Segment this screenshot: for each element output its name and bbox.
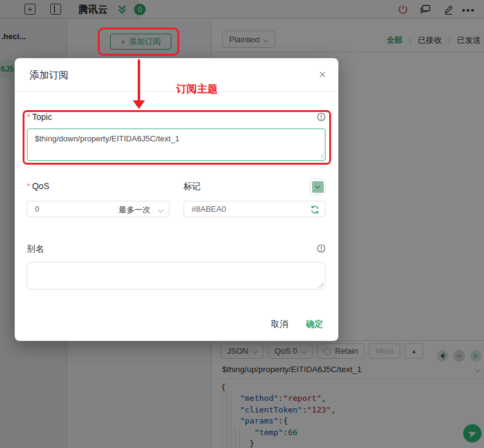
resize-grip-icon[interactable] <box>318 282 324 288</box>
add-subscription-dialog: 添加订阅 ✕ *Topic $thing/down/property/EITID… <box>15 58 338 341</box>
annotation-arrow <box>138 59 140 101</box>
cancel-button[interactable]: 取消 <box>271 319 288 330</box>
dialog-footer: 取消 确定 <box>15 314 338 341</box>
tag-color-swatch <box>312 181 324 193</box>
annotation-highlight-topic-field <box>23 110 331 165</box>
tag-color-input[interactable] <box>184 201 325 217</box>
info-icon[interactable] <box>317 244 326 253</box>
tag-color-swatch-button[interactable] <box>310 179 326 195</box>
required-asterisk: * <box>27 181 30 191</box>
qos-select-description: 最多一次 <box>119 204 151 215</box>
qos-field-label: *QoS <box>27 181 49 191</box>
tag-color-field <box>184 201 326 217</box>
chevron-down-icon <box>315 183 320 188</box>
qos-select-value: 0 <box>35 204 39 214</box>
confirm-button[interactable]: 确定 <box>306 319 323 330</box>
mqttx-window: .hecl... 6J5 + 添加订阅 Plaintext 全部 | 已接收 |… <box>0 0 484 448</box>
annotation-arrow-head <box>133 100 145 109</box>
dialog-title: 添加订阅 <box>29 69 69 82</box>
refresh-icon[interactable] <box>310 205 319 214</box>
tag-field-label: 标记 <box>184 181 201 192</box>
annotation-label: 订阅主题 <box>176 82 218 96</box>
close-icon[interactable]: ✕ <box>316 69 329 81</box>
alias-textarea[interactable] <box>27 262 326 289</box>
chevron-down-icon <box>158 207 164 213</box>
alias-field-label: 别名 <box>27 244 44 255</box>
annotation-highlight-add-button <box>98 28 179 56</box>
qos-select[interactable]: 0 最多一次 <box>27 201 169 217</box>
